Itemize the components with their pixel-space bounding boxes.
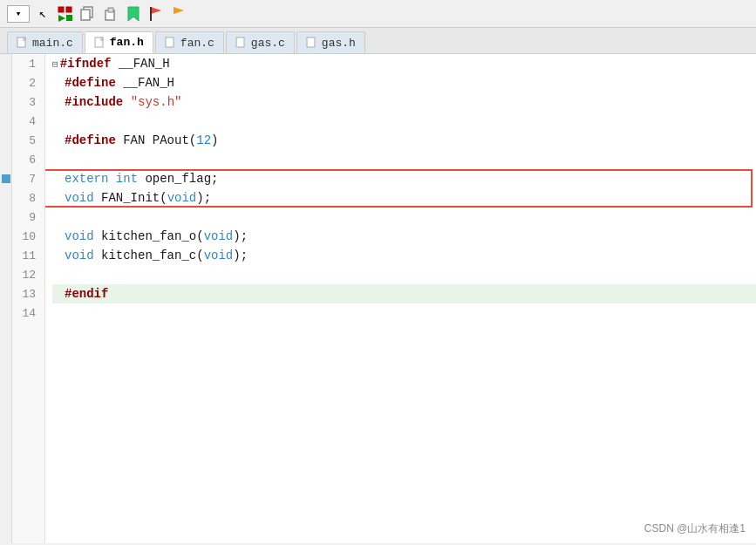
gutter-line-7 (0, 169, 11, 188)
file-icon (17, 37, 29, 49)
token-11-4: ); (233, 249, 248, 262)
line-num-7: 7 (12, 169, 39, 188)
gutter (0, 54, 12, 543)
svg-rect-7 (108, 8, 113, 12)
svg-rect-5 (81, 10, 90, 20)
svg-marker-11 (174, 7, 184, 14)
token-7-3: int (116, 172, 138, 186)
toolbar: ▾ ↖ (0, 0, 756, 28)
token-7-2 (108, 172, 115, 186)
code-line-2: #define __FAN_H (52, 73, 756, 92)
token-3-2 (123, 95, 130, 109)
token-8-3: void (167, 191, 197, 205)
tab-fan-h[interactable]: fan.h (85, 31, 153, 53)
gutter-line-3 (0, 92, 11, 112)
gutter-line-10 (0, 227, 11, 246)
flag-icon[interactable] (146, 4, 166, 24)
gutter-line-14 (0, 303, 11, 323)
line-num-9: 9 (12, 208, 39, 227)
svg-rect-16 (307, 37, 315, 47)
code-line-13: #endif (52, 284, 756, 303)
line-num-11: 11 (12, 246, 39, 265)
line-num-2: 2 (12, 73, 39, 92)
code-line-6 (52, 150, 756, 169)
code-line-7: extern int open_flag; (52, 169, 756, 188)
code-line-5: #define FAN PAout( 12 ) (52, 131, 756, 150)
gutter-line-9 (0, 208, 11, 227)
gutter-line-2 (0, 73, 11, 92)
file-icon-active (94, 37, 106, 49)
file-icon-3 (235, 37, 248, 49)
gutter-line-1 (0, 54, 11, 73)
tab-gas-c-label: gas.c (251, 37, 285, 50)
tab-fan-h-label: fan.h (110, 36, 144, 49)
token-10-2: kitchen_fan_o( (94, 229, 204, 243)
tab-main-c[interactable]: main.c (7, 31, 83, 53)
token-3-3: "sys.h" (131, 95, 182, 109)
code-line-10: void kitchen_fan_o( void ); (52, 227, 756, 246)
tab-gas-c[interactable]: gas.c (226, 31, 295, 53)
token-7-1: extern (65, 172, 108, 186)
token-8-2: FAN_Init( (94, 191, 167, 205)
token-2-2: __FAN_H (116, 76, 174, 90)
run-icon[interactable] (56, 4, 75, 24)
target-icon[interactable] (169, 4, 188, 24)
paste-icon[interactable] (101, 4, 120, 24)
file-icon-2 (165, 37, 177, 49)
gutter-line-8 (0, 188, 11, 208)
breakpoint-marker[interactable] (2, 174, 10, 183)
tab-gas-h-label: gas.h (322, 37, 356, 50)
token-11-3: void (204, 249, 234, 262)
code-area[interactable]: ⊟ #ifndef __FAN_H #define __FAN_H #inclu… (45, 54, 756, 543)
tab-gas-h[interactable]: gas.h (296, 31, 365, 53)
tabs-bar: main.c fan.h fan.c gas.c gas.h (0, 28, 756, 54)
line-numbers: 1 2 3 4 5 6 7 8 9 10 11 12 13 14 (12, 54, 45, 543)
collapse-icon-1[interactable]: ⊟ (52, 58, 58, 70)
svg-marker-2 (58, 15, 65, 22)
svg-marker-9 (151, 7, 161, 14)
token-1-1: #ifndef (60, 57, 112, 71)
svg-rect-15 (236, 37, 244, 47)
svg-rect-0 (58, 7, 64, 12)
svg-rect-14 (166, 37, 174, 47)
tab-fan-c[interactable]: fan.c (155, 31, 224, 53)
gutter-line-5 (0, 131, 11, 150)
code-line-9 (52, 208, 756, 227)
tab-main-c-label: main.c (32, 37, 73, 50)
watermark: CSDN @山水有相逢1 (644, 521, 746, 536)
code-line-8: void FAN_Init( void ); (52, 188, 756, 208)
token-1-2: __FAN_H (111, 57, 169, 71)
copy-icon[interactable] (78, 4, 98, 24)
line-num-14: 14 (12, 303, 39, 323)
line-num-8: 8 (12, 188, 39, 208)
gutter-line-13 (0, 284, 11, 303)
toolbar-dropdown[interactable]: ▾ (7, 5, 30, 23)
line-num-4: 4 (12, 112, 39, 131)
gutter-line-12 (0, 265, 11, 284)
line-num-12: 12 (12, 265, 39, 284)
token-11-1: void (65, 249, 94, 262)
svg-rect-1 (66, 7, 72, 12)
token-2-1: #define (65, 76, 116, 90)
code-line-12 (52, 265, 756, 284)
token-5-4: ) (211, 133, 218, 147)
line-num-10: 10 (12, 227, 39, 246)
cursor-icon[interactable]: ↖ (33, 4, 52, 24)
token-10-1: void (65, 229, 94, 243)
svg-marker-8 (128, 7, 139, 21)
token-8-1: void (65, 191, 94, 205)
token-8-4: ); (196, 191, 211, 205)
code-line-4 (52, 112, 756, 131)
token-10-4: ); (233, 229, 248, 243)
line-num-6: 6 (12, 150, 39, 169)
token-5-3: 12 (196, 133, 211, 147)
token-10-3: void (204, 229, 234, 243)
token-5-2: FAN PAout( (116, 133, 196, 147)
code-line-1: ⊟ #ifndef __FAN_H (52, 54, 756, 73)
code-line-3: #include "sys.h" (52, 92, 756, 112)
code-line-14 (52, 303, 756, 323)
token-7-4: open_flag; (138, 172, 218, 186)
bookmark-icon[interactable] (124, 4, 143, 24)
line-num-5: 5 (12, 131, 39, 150)
token-13-1: #endif (65, 287, 108, 301)
